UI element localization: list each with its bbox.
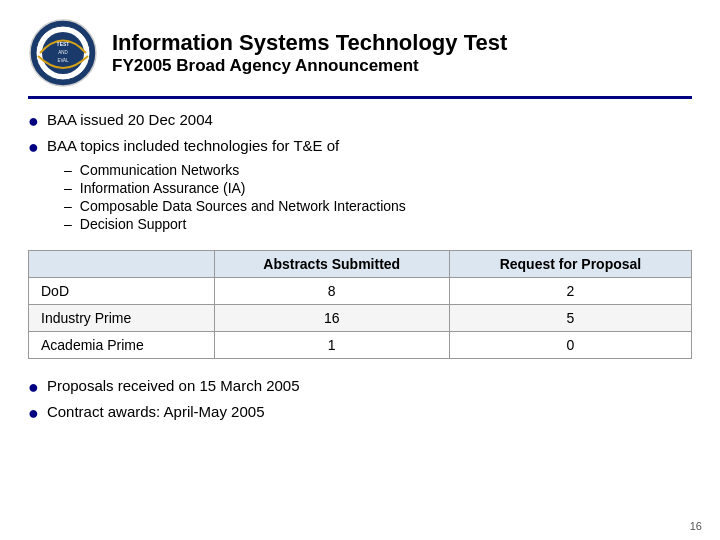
bullet-text-2: BAA topics included technologies for T&E… [47, 137, 339, 154]
bullet-dot-2: ● [28, 137, 39, 159]
sub-bullet-text-4: Decision Support [80, 216, 187, 232]
footer-bullet-1: ● Proposals received on 15 March 2005 [28, 377, 692, 399]
page-number: 16 [690, 520, 702, 532]
title-block: Information Systems Technology Test FY20… [112, 30, 507, 76]
row-rfp-0: 2 [449, 278, 691, 305]
col1-header [29, 251, 215, 278]
footer-text-2: Contract awards: April-May 2005 [47, 403, 265, 420]
bullet-text-1: BAA issued 20 Dec 2004 [47, 111, 213, 128]
footer-dot-1: ● [28, 377, 39, 399]
row-label-1: Industry Prime [29, 305, 215, 332]
row-rfp-1: 5 [449, 305, 691, 332]
row-abstracts-0: 8 [214, 278, 449, 305]
main-title: Information Systems Technology Test [112, 30, 507, 56]
table-header-row: Abstracts Submitted Request for Proposal [29, 251, 692, 278]
table-row: Academia Prime10 [29, 332, 692, 359]
row-abstracts-2: 1 [214, 332, 449, 359]
data-table: Abstracts Submitted Request for Proposal… [28, 250, 692, 359]
sub-bullets: – Communication Networks – Information A… [64, 162, 692, 232]
sub-bullet-4: – Decision Support [64, 216, 692, 232]
sub-bullet-2: – Information Assurance (IA) [64, 180, 692, 196]
sub-bullet-3: – Composable Data Sources and Network In… [64, 198, 692, 214]
svg-text:AND: AND [58, 50, 68, 55]
footer-text-1: Proposals received on 15 March 2005 [47, 377, 300, 394]
table-row: Industry Prime165 [29, 305, 692, 332]
bullet-dot-1: ● [28, 111, 39, 133]
bullet-item-1: ● BAA issued 20 Dec 2004 [28, 111, 692, 133]
footer-bullet-2: ● Contract awards: April-May 2005 [28, 403, 692, 425]
logo-icon: TEST AND EVAL [28, 18, 98, 88]
footer-dot-2: ● [28, 403, 39, 425]
row-label-2: Academia Prime [29, 332, 215, 359]
footer-bullets: ● Proposals received on 15 March 2005 ● … [28, 377, 692, 428]
sub-bullet-text-3: Composable Data Sources and Network Inte… [80, 198, 406, 214]
col2-header: Abstracts Submitted [214, 251, 449, 278]
bullet-item-2: ● BAA topics included technologies for T… [28, 137, 692, 159]
header: TEST AND EVAL Information Systems Techno… [28, 18, 692, 88]
row-label-0: DoD [29, 278, 215, 305]
sub-bullet-1: – Communication Networks [64, 162, 692, 178]
svg-text:EVAL: EVAL [57, 58, 69, 63]
col3-header: Request for Proposal [449, 251, 691, 278]
header-divider [28, 96, 692, 99]
sub-bullet-text-1: Communication Networks [80, 162, 240, 178]
row-abstracts-1: 16 [214, 305, 449, 332]
table-row: DoD82 [29, 278, 692, 305]
table-section: Abstracts Submitted Request for Proposal… [28, 250, 692, 359]
bullet-section: ● BAA issued 20 Dec 2004 ● BAA topics in… [28, 111, 692, 238]
sub-bullet-text-2: Information Assurance (IA) [80, 180, 246, 196]
row-rfp-2: 0 [449, 332, 691, 359]
sub-title: FY2005 Broad Agency Announcement [112, 56, 507, 76]
